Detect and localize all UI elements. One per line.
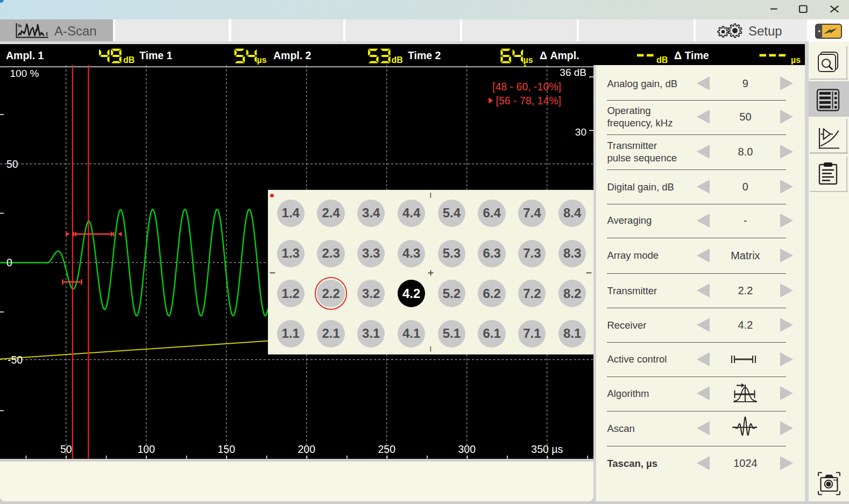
svg-text:[56 - 78, 14%]: [56 - 78, 14%] (496, 95, 561, 107)
svg-text:300: 300 (458, 443, 476, 455)
svg-text:50: 50 (6, 158, 18, 170)
svg-text:36 dB: 36 dB (560, 67, 586, 78)
svg-text:[48 - 60, -10%]: [48 - 60, -10%] (492, 81, 561, 93)
svg-text:t: t (46, 31, 48, 37)
svg-text:100: 100 (138, 443, 155, 455)
svg-text:100 %: 100 % (10, 68, 39, 79)
svg-text:-50: -50 (8, 354, 23, 366)
svg-text:%: % (18, 23, 22, 29)
svg-text:50: 50 (60, 443, 72, 455)
svg-text:0: 0 (6, 257, 12, 268)
svg-text:30: 30 (575, 126, 586, 138)
svg-text:200: 200 (298, 443, 316, 455)
svg-text:350 µs: 350 µs (531, 443, 563, 455)
svg-text:150: 150 (218, 443, 236, 455)
svg-text:250: 250 (378, 443, 396, 455)
